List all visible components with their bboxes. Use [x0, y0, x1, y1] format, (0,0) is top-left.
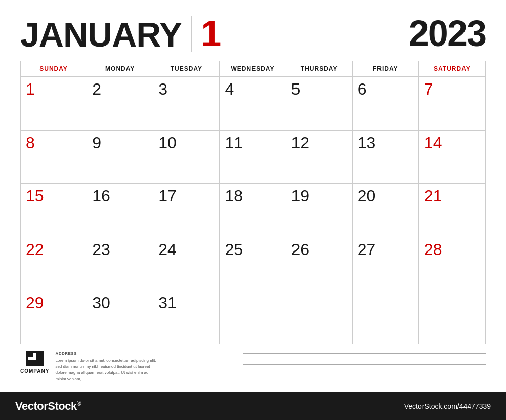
- header-left: JANUARY 1: [20, 15, 221, 52]
- day-cell-17: 17: [153, 184, 220, 237]
- bottom-bar: VectorStock® VectorStock.com/44477339: [0, 392, 506, 420]
- day-cell-26: 26: [286, 237, 353, 290]
- calendar-header: JANUARY 1 2023: [20, 15, 486, 52]
- day-cell-23: 23: [87, 237, 153, 290]
- day-cell-12: 12: [286, 131, 353, 184]
- month-name: JANUARY: [20, 17, 182, 52]
- day-cell-29: 29: [21, 290, 87, 344]
- day-cell-22: 22: [21, 237, 87, 290]
- day-cell-13: 13: [353, 131, 419, 184]
- week-row-3: 15 16 17 18 19 20 21: [21, 184, 485, 237]
- day-header-thursday: THURSDAY: [286, 61, 353, 76]
- vectorstock-url: VectorStock.com/44477339: [404, 402, 491, 410]
- day-header-monday: MONDAY: [87, 61, 153, 76]
- day-cell-empty-4: [419, 290, 485, 344]
- day-cell-2: 2: [87, 77, 153, 130]
- company-logo-svg: [26, 351, 44, 366]
- day-header-friday: FRIDAY: [353, 61, 419, 76]
- day-cell-30: 30: [87, 290, 153, 344]
- day-header-tuesday: TUESDAY: [153, 61, 220, 76]
- day-cell-8: 8: [21, 131, 87, 184]
- day-cell-21: 21: [419, 184, 485, 237]
- footer-line-3: [243, 364, 486, 365]
- day-cell-3: 3: [153, 77, 220, 130]
- week-row-5: 29 30 31: [21, 290, 485, 344]
- vectorstock-name: VectorStock®: [15, 400, 81, 413]
- day-cell-empty-2: [286, 290, 353, 344]
- footer-left: COMPANY ADDRESS Lorem ipsum dolor sit am…: [20, 351, 156, 382]
- day-cell-empty-1: [220, 290, 286, 344]
- header-divider: [191, 16, 192, 52]
- calendar-page: JANUARY 1 2023 SUNDAY MONDAY TUESDAY WED…: [0, 0, 506, 420]
- registered-icon: ®: [77, 400, 81, 407]
- calendar-footer: COMPANY ADDRESS Lorem ipsum dolor sit am…: [20, 351, 486, 382]
- week-row-4: 22 23 24 25 26 27 28: [21, 237, 485, 291]
- day-cell-6: 6: [353, 77, 419, 130]
- day-cell-10: 10: [153, 131, 220, 184]
- day-cell-18: 18: [220, 184, 286, 237]
- day-cell-25: 25: [220, 237, 286, 290]
- company-logo: COMPANY: [20, 351, 49, 374]
- day-cell-15: 15: [21, 184, 87, 237]
- address-label: ADDRESS: [55, 351, 156, 356]
- day-cell-1: 1: [21, 77, 87, 130]
- day-cell-5: 5: [286, 77, 353, 130]
- day-header-wednesday: WEDNESDAY: [220, 61, 286, 76]
- footer-line-2: [243, 359, 486, 359]
- day-header-sunday: SUNDAY: [21, 61, 87, 76]
- day-cell-16: 16: [87, 184, 153, 237]
- company-name: COMPANY: [20, 368, 49, 374]
- company-address-block: ADDRESS Lorem ipsum dolor sit amet, cons…: [55, 351, 156, 382]
- year-number: 2023: [409, 15, 486, 52]
- day-cell-31: 31: [153, 290, 220, 344]
- week-row-1: 1 2 3 4 5 6 7: [21, 77, 485, 131]
- day-cell-24: 24: [153, 237, 220, 290]
- day-cell-20: 20: [353, 184, 419, 237]
- day-cell-28: 28: [419, 237, 485, 290]
- day-cell-9: 9: [87, 131, 153, 184]
- logo-icon: [26, 351, 44, 366]
- day-header-saturday: SATURDAY: [419, 61, 485, 76]
- vectorstock-logo: VectorStock®: [15, 400, 81, 413]
- day-cell-14: 14: [419, 131, 485, 184]
- day-cell-11: 11: [220, 131, 286, 184]
- week-row-2: 8 9 10 11 12 13 14: [21, 131, 485, 184]
- calendar-main: JANUARY 1 2023 SUNDAY MONDAY TUESDAY WED…: [0, 0, 506, 392]
- month-number: 1: [201, 15, 221, 52]
- day-headers-row: SUNDAY MONDAY TUESDAY WEDNESDAY THURSDAY…: [21, 61, 485, 77]
- weeks-container: 1 2 3 4 5 6 7 8 9 10 11 12 13 14: [21, 77, 485, 344]
- calendar-grid: SUNDAY MONDAY TUESDAY WEDNESDAY THURSDAY…: [20, 61, 486, 344]
- day-cell-7: 7: [419, 77, 485, 130]
- day-cell-empty-3: [353, 290, 419, 344]
- footer-lines: [243, 353, 486, 365]
- svg-rect-2: [28, 353, 33, 357]
- company-address-text: Lorem ipsum dolor sit amet, consectetuer…: [55, 357, 156, 382]
- footer-line-1: [243, 353, 486, 354]
- day-cell-27: 27: [353, 237, 419, 290]
- day-cell-4: 4: [220, 77, 286, 130]
- day-cell-19: 19: [286, 184, 353, 237]
